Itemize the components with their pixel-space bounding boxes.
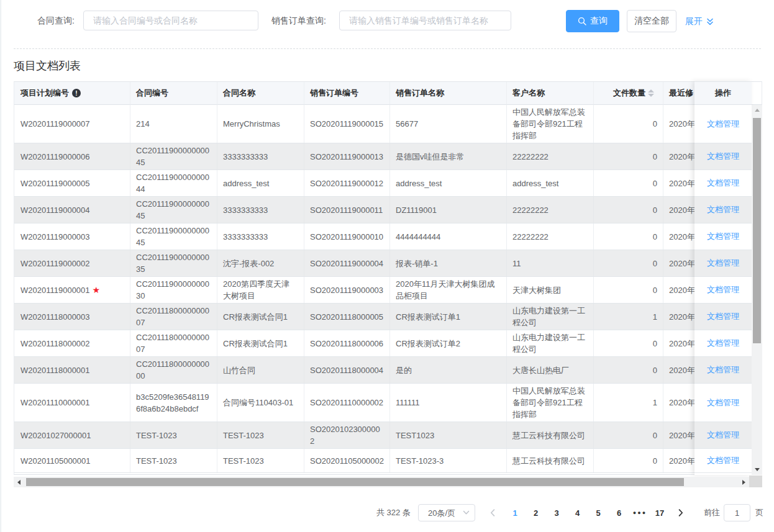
next-page-button[interactable]: [672, 504, 690, 521]
page: 合同查询: 销售订单查询: 查询 清空全部 展开 项目文档列表 项目计划编号 !…: [0, 0, 774, 532]
doc-manage-link[interactable]: 文档管理: [707, 231, 739, 242]
cell-customer: 大唐长山热电厂: [507, 357, 594, 383]
column-header-order-no[interactable]: 销售订单编号: [304, 82, 390, 105]
expand-link[interactable]: 展开: [685, 16, 714, 26]
page-button-17[interactable]: 17: [651, 504, 668, 521]
doc-manage-link[interactable]: 文档管理: [707, 204, 739, 215]
vertical-scrollbar-thumb[interactable]: [753, 118, 761, 343]
cell-order-name: DZ1119001: [390, 197, 507, 223]
doc-manage-link[interactable]: 文档管理: [707, 284, 739, 295]
scroll-right-button[interactable]: [739, 477, 749, 487]
page-button-1[interactable]: 1: [506, 504, 524, 521]
page-button-2[interactable]: 2: [527, 504, 545, 521]
cell-order-name: 报表-销单-1: [390, 250, 507, 276]
cell-file-count: 0: [594, 105, 663, 143]
cell-file-count: 0: [594, 223, 663, 250]
cell-contract-no: CC2011190000000045: [130, 143, 217, 169]
cell-contract-no: CC2011180000000007: [130, 304, 217, 330]
table-row[interactable]: W20201119000007214MerryChristmasSO202011…: [14, 105, 752, 143]
chevron-right-icon: [678, 509, 683, 516]
table-row[interactable]: W20201110000001b3c5209fe365481196f8a6b24…: [14, 384, 752, 422]
horizontal-scrollbar-thumb[interactable]: [26, 478, 684, 486]
order-query-label: 销售订单查询:: [271, 16, 326, 25]
page-size-select[interactable]: 20条/页: [418, 504, 475, 521]
page-button-6[interactable]: 6: [611, 504, 628, 521]
column-header-action: 操作: [694, 81, 752, 105]
table-row[interactable]: W20201119000001★CC20111900000000302020第四…: [14, 277, 752, 304]
cell-file-count: 1: [594, 304, 663, 330]
scroll-down-button[interactable]: [752, 464, 762, 475]
action-cell: 文档管理: [694, 449, 752, 473]
table-row[interactable]: W20201118000002CC2011180000000007CR报表测试合…: [14, 330, 752, 357]
doc-manage-link[interactable]: 文档管理: [707, 338, 739, 349]
table-row[interactable]: W20201105000001TEST-1023TEST-1023SO20201…: [14, 449, 752, 473]
cell-order-no: SO20201119000010: [304, 223, 390, 250]
cell-order-name: TEST-1023-3: [390, 449, 507, 472]
column-header-customer-label: 客户名称: [512, 88, 545, 99]
column-header-modified-label: 最近修: [669, 88, 693, 99]
column-header-order-no-label: 销售订单编号: [310, 88, 358, 99]
column-header-customer[interactable]: 客户名称: [507, 82, 594, 105]
scroll-left-button[interactable]: [14, 477, 24, 487]
page-button-5[interactable]: 5: [590, 504, 607, 521]
doc-manage-link[interactable]: 文档管理: [707, 119, 739, 130]
prev-page-button[interactable]: [484, 504, 501, 521]
goto-page-input[interactable]: [724, 504, 750, 521]
cell-order-name: TEST1023: [390, 422, 507, 448]
info-icon[interactable]: !: [72, 89, 81, 97]
cell-order-name: 2020年11月天津大树集团成品柜项目: [390, 277, 507, 303]
doc-manage-link[interactable]: 文档管理: [707, 178, 739, 189]
column-header-file-count[interactable]: 文件数量: [594, 82, 663, 105]
column-header-plan-no[interactable]: 项目计划编号 !: [14, 82, 130, 105]
doc-manage-link[interactable]: 文档管理: [707, 397, 739, 408]
table-row[interactable]: W20201119000003CC20111900000000453333333…: [14, 223, 752, 250]
cell-order-no: SO20201119000013: [304, 143, 390, 169]
table-row[interactable]: W20201119000004CC20111900000000453333333…: [14, 197, 752, 223]
order-query-input[interactable]: [339, 11, 511, 30]
cell-contract-no: CC2011190000000045: [130, 197, 217, 223]
clear-all-button[interactable]: 清空全部: [627, 10, 676, 32]
doc-manage-link[interactable]: 文档管理: [707, 364, 739, 376]
table-row[interactable]: W20201119000006CC20111900000000453333333…: [14, 143, 752, 170]
table-row[interactable]: W20201119000005CC2011190000000044address…: [14, 170, 752, 197]
horizontal-scrollbar[interactable]: [14, 477, 749, 487]
cell-customer: 22222222: [507, 143, 594, 169]
doc-manage-link[interactable]: 文档管理: [707, 258, 739, 269]
more-pages-button[interactable]: ●●●: [631, 504, 649, 521]
cell-file-count: 0: [594, 170, 663, 196]
query-button-label: 查询: [590, 16, 608, 27]
doc-manage-link[interactable]: 文档管理: [707, 430, 739, 441]
cell-file-count: 0: [594, 357, 663, 383]
doc-manage-link[interactable]: 文档管理: [707, 151, 739, 162]
page-button-3[interactable]: 3: [548, 504, 565, 521]
cell-contract-name: 3333333333: [217, 223, 304, 250]
table-row[interactable]: W20201118000003CC2011180000000007CR报表测试合…: [14, 304, 752, 330]
project-document-table: 项目计划编号 ! 合同编号 合同名称 销售订单编号 销售订单名称 客户名称 文件…: [14, 81, 762, 487]
page-button-4[interactable]: 4: [569, 504, 586, 521]
action-cell: 文档管理: [694, 143, 752, 170]
scroll-right-arrow-icon: [742, 480, 745, 485]
doc-manage-link[interactable]: 文档管理: [707, 311, 739, 322]
doc-manage-link[interactable]: 文档管理: [707, 455, 739, 466]
cell-order-no: SO20201105000002: [304, 449, 390, 472]
column-header-contract-name[interactable]: 合同名称: [217, 82, 304, 105]
cell-plan-no: W20201027000001: [14, 422, 130, 448]
table-row[interactable]: W20201118000001CC2011180000000000山竹合同SO2…: [14, 357, 752, 384]
column-header-order-name[interactable]: 销售订单名称: [390, 82, 507, 105]
column-header-contract-no[interactable]: 合同编号: [130, 82, 217, 105]
scroll-up-button[interactable]: [752, 105, 762, 115]
goto-unit-label: 页: [755, 508, 763, 517]
cell-customer: 慧工云科技有限公司: [507, 422, 594, 448]
cell-contract-name: 3333333333: [217, 143, 304, 169]
cell-order-no: SO20201118000005: [304, 304, 390, 330]
table-row[interactable]: W20201119000002CC2011190000000035沈宇-报表-0…: [14, 250, 752, 277]
cell-customer: 慧工云科技有限公司: [507, 449, 594, 472]
table-row[interactable]: W20201027000001TEST-1023TEST-1023SO20201…: [14, 422, 752, 449]
query-button[interactable]: 查询: [566, 10, 619, 32]
cell-order-no: SO20201119000011: [304, 197, 390, 223]
contract-query-input[interactable]: [83, 11, 258, 30]
action-cell: 文档管理: [694, 197, 752, 223]
sort-carets-icon[interactable]: [648, 89, 654, 97]
contract-query-label: 合同查询:: [37, 16, 75, 25]
vertical-scrollbar[interactable]: [752, 105, 762, 475]
